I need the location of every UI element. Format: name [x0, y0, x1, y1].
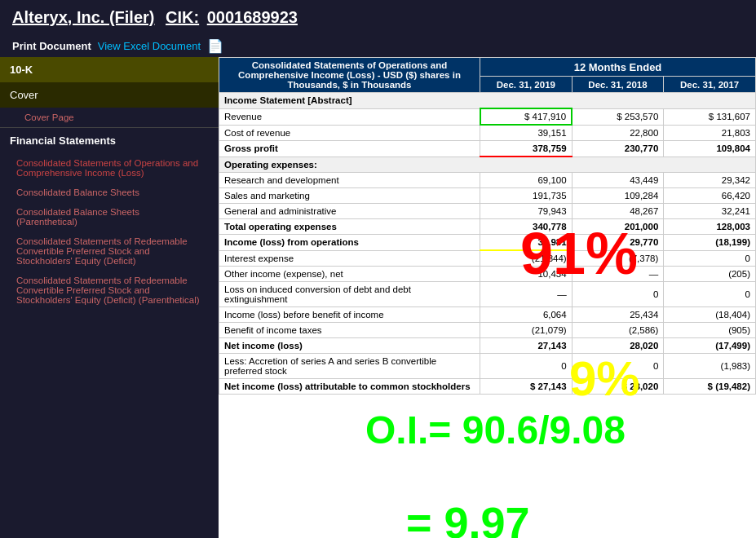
row-value-benefit-2019: (21,079)	[480, 323, 573, 338]
row-value-other-2017: (205)	[664, 267, 756, 282]
row-value-gross-2019: 378,759	[480, 141, 573, 157]
table-row: Total operating expenses 340,778 201,000…	[219, 219, 756, 235]
row-value-income-before-2019: 6,064	[480, 307, 573, 323]
row-value-net-common-2018: $ 28,020	[572, 379, 664, 395]
row-value-benefit-2017: (905)	[664, 323, 756, 338]
row-value-other-2019: 10,434	[480, 267, 573, 282]
overlay-997: = 9.97	[406, 497, 530, 538]
row-value-total-opex-2017: 128,003	[664, 219, 756, 235]
sidebar-item-cover[interactable]: Cover	[0, 82, 219, 108]
sidebar-item-redeemable[interactable]: Consolidated Statements of Redeemable Co…	[0, 232, 219, 271]
section-abstract-row: Income Statement [Abstract]	[219, 93, 756, 109]
row-label-cost: Cost of revenue	[219, 125, 480, 141]
table-row: Cost of revenue 39,151 22,800 21,803	[219, 125, 756, 141]
main-layout: 10-K Cover Cover Page Financial Statemen…	[0, 57, 756, 538]
table-row: Gross profit 378,759 230,770 109,804	[219, 141, 756, 157]
row-value-total-opex-2019: 340,778	[480, 219, 573, 235]
row-value-net-income-2019: 27,143	[480, 338, 573, 354]
sidebar-item-cover-page[interactable]: Cover Page	[0, 108, 219, 127]
row-label-net-income: Net income (loss)	[219, 338, 480, 354]
table-row: General and administrative 79,943 48,267…	[219, 204, 756, 219]
row-value-rd-2017: 29,342	[664, 173, 756, 188]
row-value-revenue-2018: $ 253,570	[572, 108, 664, 125]
row-label-accretion: Less: Accretion of series A and series B…	[219, 354, 480, 379]
row-value-net-common-2019: $ 27,143	[480, 379, 573, 395]
table-row: Income (loss) from operations 37,981 29,…	[219, 235, 756, 251]
row-value-gross-2017: 109,804	[664, 141, 756, 157]
row-label-income-ops: Income (loss) from operations	[219, 235, 480, 251]
col-date-2017: Dec. 31, 2017	[664, 77, 756, 93]
table-row: Less: Accretion of series A and series B…	[219, 354, 756, 379]
row-label-interest: Interest expense	[219, 250, 480, 267]
row-label-rd: Research and development	[219, 173, 480, 188]
table-row: Benefit of income taxes (21,079) (2,586)…	[219, 323, 756, 338]
table-row: Net income (loss) 27,143 28,020 (17,499)	[219, 338, 756, 354]
row-value-rd-2018: 43,449	[572, 173, 664, 188]
row-label-sales: Sales and marketing	[219, 188, 480, 204]
sidebar-section-financial: Financial Statements	[0, 127, 219, 153]
row-value-income-ops-2018: 29,770	[572, 235, 664, 251]
row-value-ga-2018: 48,267	[572, 204, 664, 219]
financial-table: Consolidated Statements of Operations an…	[219, 57, 756, 395]
row-value-loss-conv-2019: —	[480, 282, 573, 307]
section-abstract-label: Income Statement [Abstract]	[219, 93, 756, 109]
sidebar-item-10k[interactable]: 10-K	[0, 57, 219, 82]
row-value-sales-2019: 191,735	[480, 188, 573, 204]
row-value-cost-2018: 22,800	[572, 125, 664, 141]
table-row: Sales and marketing 191,735 109,284 66,4…	[219, 188, 756, 204]
sidebar-item-statements[interactable]: Consolidated Statements of Operations an…	[0, 153, 219, 183]
row-value-net-income-2018: 28,020	[572, 338, 664, 354]
row-value-loss-conv-2018: 0	[572, 282, 664, 307]
table-row: Income (loss) before benefit of income 6…	[219, 307, 756, 323]
table-row: Interest expense (21,844) (7,378) 0	[219, 250, 756, 267]
sidebar-item-balance-sheets-parent[interactable]: Consolidated Balance Sheets (Parenthetic…	[0, 202, 219, 232]
company-name: Alteryx, Inc. (Filer)	[12, 8, 155, 26]
row-label-revenue: Revenue	[219, 108, 480, 125]
row-value-cost-2019: 39,151	[480, 125, 573, 141]
row-value-cost-2017: 21,803	[664, 125, 756, 141]
toolbar: Print Document View Excel Document 📄	[0, 35, 756, 57]
sidebar-item-balance-sheets[interactable]: Consolidated Balance Sheets	[0, 183, 219, 202]
row-value-accretion-2019: 0	[480, 354, 573, 379]
cik-label: CIK:	[166, 8, 199, 26]
print-button[interactable]: Print Document	[12, 40, 91, 52]
row-label-total-opex: Total operating expenses	[219, 219, 480, 235]
content-area: 91% 9% O.I.= 90.6/9.08 = 9.97 Consolidat…	[219, 57, 756, 538]
table-row: Loss on induced conversion of debt and d…	[219, 282, 756, 307]
row-value-income-before-2017: (18,404)	[664, 307, 756, 323]
row-value-interest-2019: (21,844)	[480, 250, 573, 267]
section-opex-label: Operating expenses:	[219, 157, 756, 173]
row-value-ga-2017: 32,241	[664, 204, 756, 219]
row-value-rd-2019: 69,100	[480, 173, 573, 188]
table-row: Other income (expense), net 10,434 — (20…	[219, 267, 756, 282]
overlay-formula: O.I.= 90.6/9.08	[365, 408, 626, 452]
table-main-header: Consolidated Statements of Operations an…	[219, 58, 480, 93]
row-value-income-ops-2019: 37,981	[480, 235, 573, 251]
row-label-income-before: Income (loss) before benefit of income	[219, 307, 480, 323]
col-date-2019: Dec. 31, 2019	[480, 77, 573, 93]
row-label-ga: General and administrative	[219, 204, 480, 219]
row-label-loss-conv: Loss on induced conversion of debt and d…	[219, 282, 480, 307]
excel-icon[interactable]: 📄	[207, 38, 223, 54]
table-row: Research and development 69,100 43,449 2…	[219, 173, 756, 188]
row-value-income-ops-2017: (18,199)	[664, 235, 756, 251]
view-excel-link[interactable]: View Excel Document	[98, 40, 201, 52]
row-label-benefit: Benefit of income taxes	[219, 323, 480, 338]
row-value-interest-2017: 0	[664, 250, 756, 267]
row-value-gross-2018: 230,770	[572, 141, 664, 157]
row-value-revenue-2017: $ 131,607	[664, 108, 756, 125]
row-value-loss-conv-2017: 0	[664, 282, 756, 307]
sidebar-item-redeemable-parent[interactable]: Consolidated Statements of Redeemable Co…	[0, 271, 219, 310]
row-value-revenue-2019: $ 417,910	[480, 108, 573, 125]
table-row: Net income (loss) attributable to common…	[219, 379, 756, 395]
row-value-other-2018: —	[572, 267, 664, 282]
sidebar: 10-K Cover Cover Page Financial Statemen…	[0, 57, 219, 538]
page-header: Alteryx, Inc. (Filer) CIK: 0001689923	[0, 0, 756, 35]
row-label-gross: Gross profit	[219, 141, 480, 157]
cik-value: 0001689923	[207, 8, 298, 26]
row-value-accretion-2018: 0	[572, 354, 664, 379]
company-title: Alteryx, Inc. (Filer) CIK: 0001689923	[12, 8, 744, 27]
row-value-sales-2018: 109,284	[572, 188, 664, 204]
row-value-total-opex-2018: 201,000	[572, 219, 664, 235]
row-value-income-before-2018: 25,434	[572, 307, 664, 323]
